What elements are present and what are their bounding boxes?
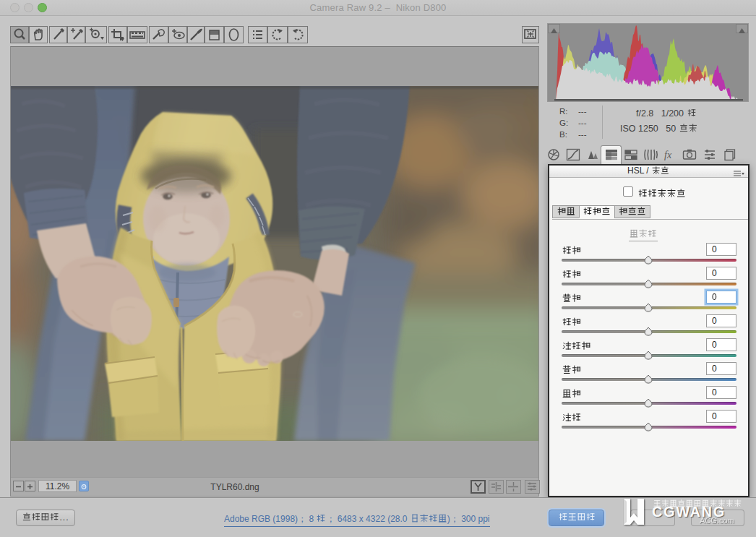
svg-text:fx: fx <box>664 150 672 160</box>
